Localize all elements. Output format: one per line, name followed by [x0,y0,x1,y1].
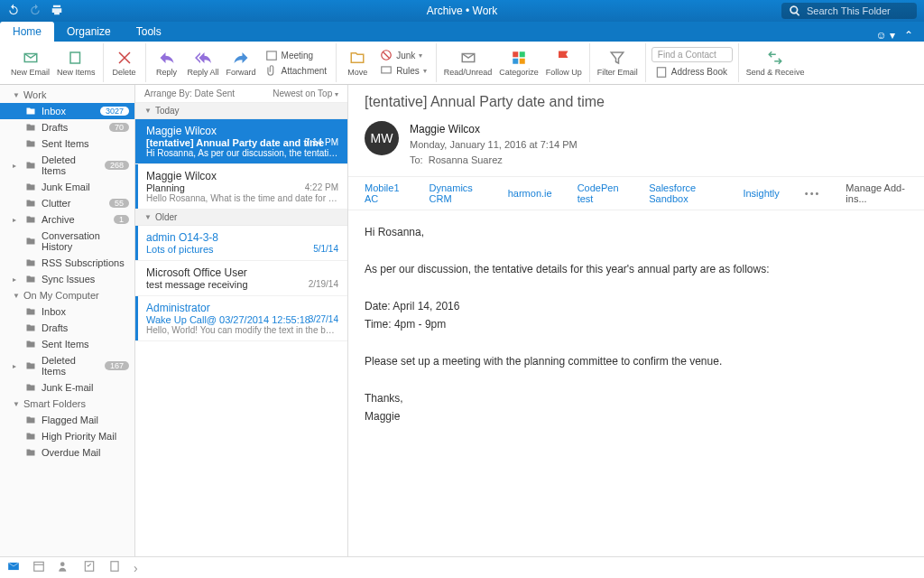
sidebar-section[interactable]: ▼ Work [0,87,134,103]
list-group-header[interactable]: ▼ Today [135,103,347,119]
sidebar-item-conversation-history[interactable]: Conversation History [0,228,134,255]
people-icon[interactable] [58,560,70,575]
redo-icon[interactable] [29,4,42,19]
reading-pane: [tentative] Annual Party date and time M… [348,85,924,556]
smiley-icon[interactable]: ☺ ▾ [875,29,895,42]
forward-button[interactable]: Forward [223,47,260,79]
ribbon-tabs: Home Organize Tools ☺ ▾ ⌃ [0,22,924,42]
addin-link[interactable]: Mobile1 AC [365,182,404,204]
tab-home[interactable]: Home [0,22,54,42]
trash-icon [25,360,36,371]
meeting-button[interactable]: Meeting [262,48,331,62]
junk-button[interactable]: Junk ▾ [376,48,430,62]
folder-icon [25,274,36,284]
attachment-button[interactable]: Attachment [262,63,331,78]
send-receive-button[interactable]: Send & Receive [743,47,808,79]
sidebar-item-overdue-mail[interactable]: Overdue Mail [0,444,134,461]
sidebar-item-junk-e-mail[interactable]: Junk E-mail [0,379,134,396]
print-icon[interactable] [51,4,63,19]
sidebar-item-junk-email[interactable]: Junk Email [0,179,134,195]
svg-rect-10 [657,67,665,77]
reading-subject: [tentative] Annual Party date and time [348,85,924,116]
reply-button[interactable]: Reply [150,47,184,79]
sent-icon [25,339,36,350]
sidebar-item-rss-subscriptions[interactable]: RSS Subscriptions [0,255,134,271]
addins-more-icon[interactable]: ••• [805,188,821,199]
search-placeholder: Search This Folder [807,5,891,16]
follow-up-button[interactable]: Follow Up [542,47,586,79]
collapse-ribbon-icon[interactable]: ⌃ [904,29,913,42]
mail-icon[interactable] [7,560,20,575]
sidebar-item-drafts[interactable]: Drafts [0,320,134,336]
sidebar-item-deleted-items[interactable]: ▸Deleted Items167 [0,352,134,379]
sidebar-item-drafts[interactable]: Drafts70 [0,119,134,135]
sidebar-item-flagged-mail[interactable]: Flagged Mail [0,412,134,428]
addin-link[interactable]: CodePen test [578,182,624,204]
categorize-button[interactable]: Categorize [495,47,542,79]
addin-link[interactable]: Dynamics CRM [430,182,483,204]
message-row[interactable]: AdministratorWake Up Call@ 03/27/2014 12… [135,296,347,341]
folder-icon [25,198,36,209]
tasks-icon[interactable] [83,560,96,575]
search-input[interactable]: Search This Folder [781,3,917,19]
new-email-button[interactable]: New Email [7,47,53,79]
sidebar-section[interactable]: ▼ On My Computer [0,287,134,303]
sidebar-item-archive[interactable]: ▸Archive1 [0,211,134,228]
message-row[interactable]: Maggie WilcoxPlanningHello Rosanna, What… [135,164,347,210]
tab-organize[interactable]: Organize [54,22,124,42]
address-book-button[interactable]: Address Book [651,65,733,79]
sent-icon [25,138,36,149]
find-contact-input[interactable]: Find a Contact [651,47,733,62]
svg-rect-14 [85,562,93,572]
trash-icon [25,160,36,171]
undo-icon[interactable] [7,4,20,19]
svg-rect-1 [70,52,80,63]
read-unread-button[interactable]: Read/Unread [440,47,496,79]
arrange-by[interactable]: Arrange By: Date Sent [144,89,235,98]
svg-rect-2 [266,51,276,60]
inbox-icon [25,306,36,317]
folder-sidebar: ▼ WorkInbox3027Drafts70Sent Items▸Delete… [0,85,135,556]
svg-point-13 [60,562,65,566]
message-row[interactable]: Maggie Wilcox[tentative] Annual Party da… [135,119,347,164]
svg-rect-4 [382,67,392,73]
sidebar-item-inbox[interactable]: Inbox3027 [0,103,134,119]
more-nav-icon[interactable]: › [134,561,138,575]
ribbon: New Email New Items Delete Reply Reply A… [0,42,924,85]
sidebar-item-high-priority-mail[interactable]: High Priority Mail [0,428,134,444]
svg-rect-7 [520,51,525,57]
to-name: Rosanna Suarez [429,154,503,165]
delete-button[interactable]: Delete [107,47,142,79]
reply-all-button[interactable]: Reply All [184,47,223,79]
tab-tools[interactable]: Tools [124,22,174,42]
window-titlebar: Archive • Work Search This Folder [0,0,924,22]
message-row[interactable]: admin O14-3-8Lots of pictures5/1/14 [135,226,347,261]
list-group-header[interactable]: ▼ Older [135,210,347,226]
sidebar-item-sync-issues[interactable]: ▸Sync Issues [0,271,134,287]
manage-addins-link[interactable]: Manage Add-ins... [845,182,908,204]
sort-order[interactable]: Newest on Top ▾ [273,89,338,98]
avatar: MW [365,121,399,155]
message-body: Hi Rosanna, As per our discussion, the t… [348,210,924,438]
sidebar-item-clutter[interactable]: Clutter55 [0,195,134,211]
addin-link[interactable]: harmon.ie [508,188,552,199]
sidebar-item-inbox[interactable]: Inbox [0,303,134,320]
sidebar-item-sent-items[interactable]: Sent Items [0,336,134,352]
from-name: Maggie Wilcox [410,121,578,137]
filter-email-button[interactable]: Filter Email [594,47,642,79]
sidebar-item-deleted-items[interactable]: ▸Deleted Items268 [0,152,134,179]
search-icon [789,5,801,17]
sent-date: Monday, January 11, 2016 at 7:14 PM [410,137,578,153]
sidebar-section[interactable]: ▼ Smart Folders [0,396,134,412]
new-items-button[interactable]: New Items [53,47,99,79]
addin-link[interactable]: Salesforce Sandbox [649,182,717,204]
message-row[interactable]: Microsoft Office Usertest message receiv… [135,261,347,296]
message-list: Arrange By: Date Sent Newest on Top ▾ ▼ … [135,85,348,556]
folder-icon [25,257,36,268]
rules-button[interactable]: Rules ▾ [376,63,430,78]
sidebar-item-sent-items[interactable]: Sent Items [0,135,134,152]
calendar-icon[interactable] [32,560,45,575]
addin-link[interactable]: Insightly [743,188,779,199]
move-button[interactable]: Move [340,47,374,79]
notes-icon[interactable] [108,560,121,575]
